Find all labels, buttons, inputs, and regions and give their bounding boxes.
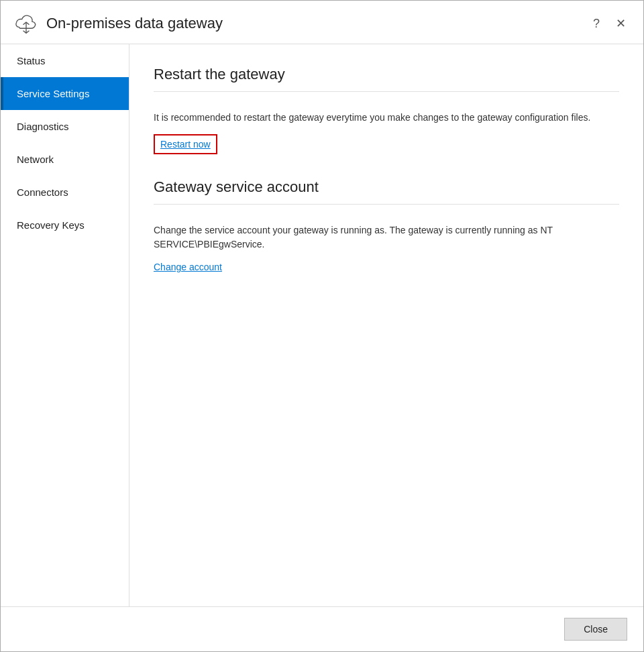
restart-link-wrapper: Restart now (154, 134, 217, 154)
account-description: Change the service account your gateway … (154, 223, 619, 252)
app-window: On-premises data gateway ? ✕ Status Serv… (0, 0, 644, 652)
account-divider (154, 204, 619, 205)
restart-title: Restart the gateway (154, 66, 619, 83)
window-controls: ? ✕ (589, 16, 630, 31)
sidebar-item-connectors[interactable]: Connectors (1, 176, 129, 209)
title-bar: On-premises data gateway ? ✕ (1, 1, 643, 44)
main-content: Restart the gateway It is recommended to… (129, 44, 643, 606)
restart-description: It is recommended to restart the gateway… (154, 111, 619, 125)
sidebar-item-diagnostics[interactable]: Diagnostics (1, 110, 129, 143)
body: Status Service Settings Diagnostics Netw… (1, 44, 643, 606)
app-icon (14, 11, 38, 36)
close-button[interactable]: Close (564, 618, 627, 641)
footer: Close (1, 606, 643, 651)
restart-section: Restart the gateway It is recommended to… (154, 66, 619, 154)
account-title: Gateway service account (154, 178, 619, 196)
restart-now-link[interactable]: Restart now (160, 139, 211, 150)
change-account-link[interactable]: Change account (154, 262, 222, 272)
sidebar: Status Service Settings Diagnostics Netw… (1, 44, 129, 606)
sidebar-item-network[interactable]: Network (1, 143, 129, 176)
sidebar-item-recovery-keys[interactable]: Recovery Keys (1, 209, 129, 241)
restart-divider (154, 91, 619, 92)
sidebar-item-status[interactable]: Status (1, 44, 129, 77)
help-button[interactable]: ? (589, 16, 604, 31)
window-title: On-premises data gateway (46, 15, 589, 32)
account-section: Gateway service account Change the servi… (154, 178, 619, 273)
sidebar-item-service-settings[interactable]: Service Settings (1, 77, 129, 110)
close-window-button[interactable]: ✕ (612, 16, 630, 31)
